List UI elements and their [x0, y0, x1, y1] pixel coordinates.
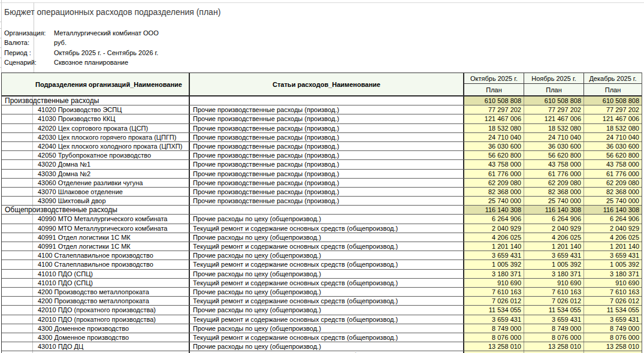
param-label: Валюта:: [4, 38, 54, 47]
value-cell: 82 368 000: [464, 188, 524, 196]
value-cell: 910 690: [464, 279, 524, 287]
detail-row: 42010 ПДО (прокатного производства)Прочи…: [2, 306, 642, 315]
value-cell: 3 659 431: [464, 251, 524, 260]
value-cell: 61 776 000: [464, 170, 524, 178]
expense-item-cell: Прочие производственные расходы (произво…: [190, 142, 464, 150]
value-cell: 8 076 000: [464, 333, 524, 342]
value-cell: 8 749 000: [584, 324, 642, 333]
month-column-october: Октябрь 2025 г. План: [464, 73, 524, 95]
gridline: [0, 28, 1, 29]
value-cell: 2 040 929: [524, 224, 584, 233]
indent-cell: [2, 142, 33, 150]
param-value: Металлургический комбинат ООО: [54, 29, 159, 37]
value-cell: 82 368 000: [584, 188, 642, 196]
dept-header-cell: Подразделения организаций_Наименование: [2, 73, 190, 95]
value-cell: 7 610 163: [584, 288, 642, 296]
expense-item-cell: Текущий ремонт и содержание основных сре…: [190, 315, 464, 324]
param-label: Организация:: [4, 28, 54, 38]
expense-item-cell: [190, 206, 464, 214]
value-cell: 7 610 163: [464, 288, 524, 296]
report-parameters: Организация:Металлургический комбинат ОО…: [4, 28, 159, 67]
value-cell: 4 206 025: [464, 233, 524, 242]
value-cell: 62 209 080: [464, 179, 524, 187]
group-name-label: Производственные расходы: [5, 96, 33, 105]
department-cell: 43030 Домна №2: [33, 170, 190, 178]
indent-cell: [2, 279, 33, 287]
department-cell: 4200 Производство металлопроката: [33, 288, 190, 296]
value-cell: 13 258 010: [524, 342, 584, 351]
detail-row: 42010 ПДО (прокатного производства)Текущ…: [2, 315, 642, 324]
indent-cell: [2, 288, 33, 296]
department-cell: 41010 ПДО (СПЦ): [33, 270, 190, 278]
indent-cell: [2, 160, 33, 168]
indent-cell: [2, 251, 33, 260]
detail-row: 42040 Цех плоского холодного проката (ЦП…: [2, 142, 642, 151]
value-cell: 62 209 080: [584, 179, 642, 187]
value-cell: 24 710 040: [464, 133, 524, 141]
value-cell: 36 030 600: [464, 142, 524, 150]
expense-item-cell: Текущий ремонт и содержание основных сре…: [190, 242, 464, 251]
value-cell: 1 201 140: [464, 242, 524, 251]
item-header-cell: Статьи расходов_Наименование: [190, 73, 464, 95]
department-cell: 4100 Сталеплавильное производство: [33, 251, 190, 260]
value-cell: 43 758 000: [584, 160, 642, 168]
expense-item-cell: Прочие расходы по цеху (общепроизвод.): [190, 251, 464, 260]
detail-row: 4300 Доменное производствоТекущий ремонт…: [2, 333, 642, 342]
value-cell: 7 026 012: [524, 297, 584, 305]
gridline: [0, 38, 1, 38]
value-cell: 43 758 000: [524, 160, 584, 168]
detail-row: 41010 ПДО (СПЦ)Текущий ремонт и содержан…: [2, 279, 642, 288]
department-cell: 43060 Отделение разливки чугуна: [33, 179, 190, 187]
indent-cell: [2, 133, 33, 141]
detail-row: 42020 Цех сортового проката (ЦСП)Прочие …: [2, 124, 642, 133]
expense-item-cell: Текущий ремонт и содержание основных сре…: [190, 224, 464, 233]
value-cell: 1 005 392: [524, 260, 584, 268]
expense-item-cell: Прочие производственные расходы (произво…: [190, 114, 464, 123]
detail-row: 40990 МТО Металлургического комбинатаТек…: [2, 224, 642, 233]
value-cell: 3 180 371: [584, 270, 642, 278]
indent-cell: [2, 342, 33, 351]
department-cell: 40991 Отдел логистики 1С МК: [33, 233, 190, 242]
indent-cell: [2, 179, 33, 187]
value-cell: 6 264 906: [584, 215, 642, 223]
param-value: руб.: [54, 39, 66, 46]
value-cell: 1 005 392: [584, 260, 642, 268]
value-cell: 3 659 431: [464, 315, 524, 324]
group-row: Общепроизводственные расходы116 140 3081…: [2, 206, 642, 215]
expense-item-cell: Текущий ремонт и содержание основных сре…: [190, 297, 464, 305]
detail-row: 43060 Отделение разливки чугунаПрочие пр…: [2, 179, 642, 188]
gridline: [0, 47, 1, 48]
value-cell: 1 201 140: [524, 242, 584, 251]
detail-row: 43030 Домна №2Прочие производственные ра…: [2, 170, 642, 179]
value-cell: 8 076 000: [584, 333, 642, 342]
indent-cell: [2, 215, 33, 223]
department-cell: 4300 Доменное производство: [33, 333, 190, 342]
value-cell: 3 659 431: [524, 315, 584, 324]
detail-row: 4200 Производство металлопрокатаТекущий …: [2, 297, 642, 306]
indent-cell: [2, 260, 33, 268]
value-cell: 11 534 055: [464, 306, 524, 314]
value-cell: 56 620 800: [584, 151, 642, 159]
detail-row: 43010 ПДО ДЦПрочие расходы по цеху (обще…: [2, 342, 642, 351]
department-cell: 42020 Цех сортового проката (ЦСП): [33, 124, 190, 132]
param-value: Октябрь 2025 г. - Сентябрь 2026 г.: [54, 49, 158, 56]
expense-item-cell: Прочие расходы по цеху (общепроизвод.): [190, 342, 464, 351]
value-cell: 36 030 600: [524, 142, 584, 150]
detail-row: 4100 Сталеплавильное производствоПрочие …: [2, 251, 642, 260]
department-cell: 41030 Производство ККЦ: [33, 114, 190, 123]
value-cell: 121 467 006: [464, 114, 524, 123]
detail-row: 42050 Трубопрокатное производствоПрочие …: [2, 151, 642, 160]
value-cell: 13 258 010: [464, 342, 524, 351]
value-cell: 77 297 202: [524, 105, 584, 114]
value-cell: 910 690: [524, 279, 584, 287]
department-cell: 43010 ПДО ДЦ: [33, 342, 190, 351]
indent-cell: [2, 224, 33, 233]
value-cell: 36 030 600: [584, 142, 642, 150]
expense-item-cell: Прочие расходы по цеху (общепроизвод.): [190, 306, 464, 314]
value-cell: 8 076 000: [524, 333, 584, 342]
expense-item-cell: Прочие производственные расходы (произво…: [190, 188, 464, 196]
value-cell: 116 140 308: [524, 206, 584, 214]
indent-cell: [2, 297, 33, 305]
department-cell: 41020 Производство ЭСПЦ: [33, 105, 190, 114]
indent-cell: [2, 315, 33, 324]
